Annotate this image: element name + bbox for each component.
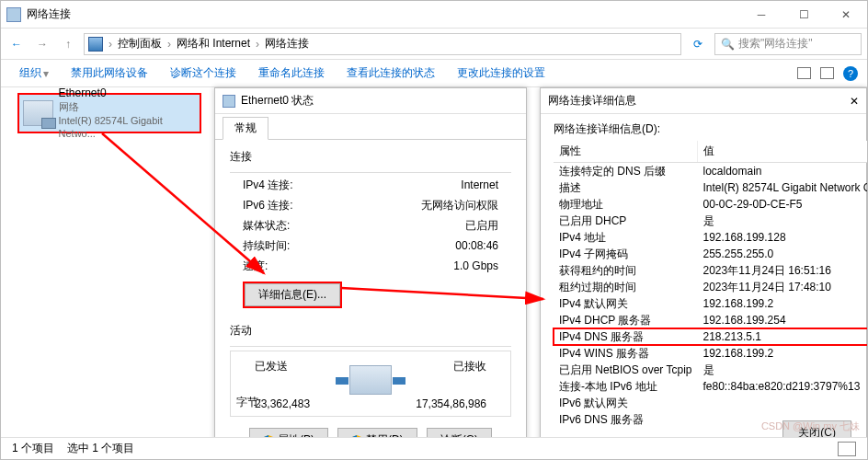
prop-cell: 描述	[554, 179, 698, 196]
traffic-visual: 已发送 已接收 23,362,483 17,354,86,986 字节:	[230, 351, 511, 417]
change-settings[interactable]: 更改此连接的设置	[448, 62, 554, 85]
details-button[interactable]: 详细信息(E)...	[245, 283, 340, 306]
details-table: 属性 值 连接特定的 DNS 后缀localdomain描述Intel(R) 8…	[554, 141, 868, 428]
breadcrumb[interactable]: › 控制面板 › 网络和 Internet › 网络连接	[84, 33, 681, 55]
search-icon: 🔍	[721, 38, 735, 51]
prop-cell: IPv4 WINS 服务器	[554, 345, 698, 362]
recv-label: 已接收	[453, 359, 486, 374]
back-button[interactable]: ←	[6, 34, 27, 54]
value-cell: 192.168.199.254	[698, 312, 869, 328]
col-value[interactable]: 值	[698, 141, 869, 163]
chevron-right-icon[interactable]: ›	[108, 38, 112, 51]
rename[interactable]: 重命名此连接	[249, 62, 334, 85]
details-titlebar: 网络连接详细信息 ✕	[541, 88, 866, 114]
prop-cell: 获得租约的时间	[554, 262, 698, 279]
prop-cell: IPv4 默认网关	[554, 295, 698, 312]
table-row[interactable]: IPv6 默认网关	[554, 395, 868, 411]
ipv4-conn-label: IPv4 连接:	[243, 175, 293, 195]
media-label: 媒体状态:	[243, 215, 290, 236]
details-close-icon[interactable]: ✕	[850, 95, 859, 108]
value-cell: 是	[698, 362, 869, 378]
media-value: 已启用	[465, 215, 498, 236]
view-icon-2[interactable]	[820, 67, 834, 79]
table-row[interactable]: 连接特定的 DNS 后缀localdomain	[554, 163, 868, 180]
organize-menu[interactable]: 组织 ▾	[10, 62, 58, 85]
up-button[interactable]: ↑	[58, 34, 78, 54]
bytes-label: 字节:	[236, 395, 261, 410]
content-area: Ethernet0 网络 Intel(R) 82574L Gigabit Net…	[1, 87, 867, 437]
location-icon	[88, 37, 103, 52]
app-icon	[6, 7, 21, 22]
crumb-root[interactable]: 控制面板	[114, 36, 166, 52]
forward-button[interactable]: →	[32, 34, 52, 54]
prop-cell: 连接-本地 IPv6 地址	[554, 378, 698, 395]
value-cell: 255.255.255.0	[698, 246, 869, 262]
table-row[interactable]: 物理地址00-0C-29-0D-CE-F5	[554, 196, 868, 213]
prop-cell: 已启用 NetBIOS over Tcpip	[554, 362, 698, 378]
value-cell: 192.168.199.2	[698, 345, 869, 362]
table-row[interactable]: 获得租约的时间2023年11月24日 16:51:16	[554, 262, 868, 279]
status-title-text: Ethernet0 状态	[241, 93, 314, 109]
help-icon[interactable]: ?	[843, 66, 858, 81]
window-title: 网络连接	[27, 6, 740, 22]
details-header: 网络连接详细信息(D):	[554, 121, 853, 137]
chevron-right-icon[interactable]: ›	[256, 38, 259, 51]
prop-cell: 租约过期的时间	[554, 279, 698, 295]
search-placeholder: 搜索"网络连接"	[738, 36, 813, 52]
table-row[interactable]: 已启用 DHCP是	[554, 213, 868, 229]
sent-label: 已发送	[255, 359, 288, 374]
crumb-mid[interactable]: 网络和 Internet	[173, 36, 254, 52]
speed-value: 1.0 Gbps	[453, 256, 498, 276]
adapter-name: Ethernet0	[59, 86, 196, 101]
crumb-leaf[interactable]: 网络连接	[261, 36, 313, 52]
network-adapter-icon	[23, 100, 53, 126]
status-bar: 1 个项目 选中 1 个项目	[1, 437, 867, 459]
minimize-button[interactable]: ─	[740, 1, 782, 28]
table-row[interactable]: 已启用 NetBIOS over Tcpip是	[554, 362, 868, 378]
prop-cell: 连接特定的 DNS 后缀	[554, 163, 698, 180]
watermark: CSDN @Win my 七妹	[761, 420, 860, 433]
table-row[interactable]: 租约过期的时间2023年11月24日 17:48:10	[554, 279, 868, 295]
speed-label: 速度:	[243, 256, 268, 276]
view-status[interactable]: 查看此连接的状态	[337, 62, 444, 85]
table-row[interactable]: 连接-本地 IPv6 地址fe80::84ba:e820:d219:3797%1…	[554, 378, 868, 395]
prop-cell: IPv4 DHCP 服务器	[554, 312, 698, 328]
value-cell: 2023年11月24日 17:48:10	[698, 279, 869, 295]
table-row[interactable]: IPv4 DHCP 服务器192.168.199.254	[554, 312, 868, 328]
command-bar: 组织 ▾ 禁用此网络设备 诊断这个连接 重命名此连接 查看此连接的状态 更改此连…	[1, 60, 867, 87]
diagnose[interactable]: 诊断这个连接	[161, 62, 246, 85]
duration-value: 00:08:46	[455, 236, 498, 256]
table-row[interactable]: IPv4 DNS 服务器218.213.5.1	[554, 328, 868, 345]
close-button[interactable]: ✕	[825, 1, 867, 28]
value-cell: Intel(R) 82574L Gigabit Network Connect	[698, 179, 869, 196]
value-cell: 00-0C-29-0D-CE-F5	[698, 196, 869, 213]
table-row[interactable]: IPv4 子网掩码255.255.255.0	[554, 246, 868, 262]
chevron-right-icon[interactable]: ›	[167, 38, 171, 51]
dialog-icon	[223, 95, 235, 108]
ipv6-conn-label: IPv6 连接:	[243, 195, 293, 215]
table-row[interactable]: IPv4 地址192.168.199.128	[554, 229, 868, 246]
value-cell: localdomain	[698, 163, 869, 180]
adapter-device: Intel(R) 82574L Gigabit Netwo...	[59, 114, 196, 141]
refresh-button[interactable]: ⟳	[687, 33, 709, 55]
value-cell: 2023年11月24日 16:51:16	[698, 262, 869, 279]
col-property[interactable]: 属性	[554, 141, 698, 163]
disable-device[interactable]: 禁用此网络设备	[62, 62, 157, 85]
search-input[interactable]: 🔍 搜索"网络连接"	[714, 33, 862, 55]
prop-cell: IPv4 子网掩码	[554, 246, 698, 262]
table-row[interactable]: IPv4 WINS 服务器192.168.199.2	[554, 345, 868, 362]
value-cell: 192.168.199.128	[698, 229, 869, 246]
tab-general[interactable]: 常规	[223, 117, 268, 140]
view-toggle-icon[interactable]	[838, 442, 856, 456]
adapter-item[interactable]: Ethernet0 网络 Intel(R) 82574L Gigabit Net…	[17, 93, 201, 133]
table-row[interactable]: 描述Intel(R) 82574L Gigabit Network Connec…	[554, 179, 868, 196]
window: 网络连接 ─ ☐ ✕ ← → ↑ › 控制面板 › 网络和 Internet ›…	[0, 0, 868, 460]
view-icon-1[interactable]	[797, 67, 811, 79]
prop-cell: IPv4 地址	[554, 229, 698, 246]
table-row[interactable]: IPv4 默认网关192.168.199.2	[554, 295, 868, 312]
group-connection: 连接	[215, 140, 526, 168]
value-cell: 192.168.199.2	[698, 295, 869, 312]
value-cell: 218.213.5.1	[698, 328, 869, 345]
item-count: 1 个项目	[12, 441, 54, 456]
maximize-button[interactable]: ☐	[782, 1, 825, 28]
